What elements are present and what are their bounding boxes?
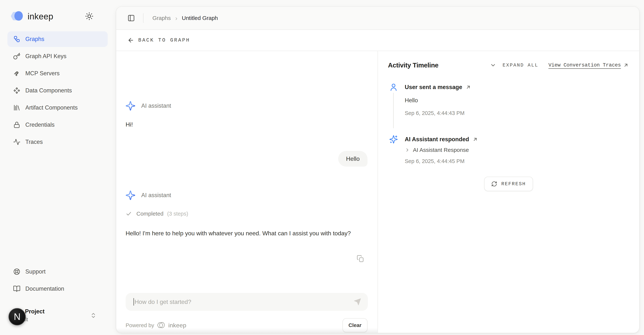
- chat-input-container: [126, 293, 368, 311]
- mcp-icon: [13, 70, 20, 77]
- panel-left-toggle-icon[interactable]: [128, 14, 135, 22]
- timeline-event-body: Hello: [405, 96, 629, 105]
- sidebar-item-mcp-servers[interactable]: MCP Servers: [8, 66, 108, 81]
- breadcrumb-graphs[interactable]: Graphs: [152, 15, 171, 21]
- assistant-message: Hello! I'm here to help you with whateve…: [126, 228, 368, 238]
- timeline-event-title: AI Assistant responded: [405, 136, 469, 143]
- timeline-events: User sent a message Hello Sep 6, 2025, 4…: [389, 83, 629, 165]
- clear-button[interactable]: Clear: [342, 318, 368, 332]
- activity-icon: [13, 138, 20, 146]
- chat-panel: AI assistant Hi! Hello: [116, 51, 378, 333]
- sparkles-icon: [125, 100, 136, 111]
- timeline-event-user-message: User sent a message Hello Sep 6, 2025, 4…: [389, 83, 629, 117]
- sidebar-item-label: Documentation: [25, 286, 64, 292]
- sidebar-item-label: MCP Servers: [25, 70, 60, 77]
- timeline-event-title-row[interactable]: AI Assistant responded: [405, 135, 629, 144]
- arrow-up-right-icon: [623, 62, 629, 68]
- sidebar-item-credentials[interactable]: Credentials: [8, 117, 108, 133]
- refresh-button-label: REFRESH: [501, 181, 526, 187]
- assistant-status-row: Completed (3 steps): [126, 210, 188, 217]
- back-to-graph-button[interactable]: BACK TO GRAPH: [128, 37, 190, 44]
- timeline-event-assistant-response: AI Assistant responded: [389, 135, 629, 165]
- view-conversation-traces-link[interactable]: View Conversation Traces: [548, 62, 629, 68]
- logo-wordmark: inkeep: [28, 11, 53, 22]
- sidebar-item-artifact-components[interactable]: Artifact Components: [8, 100, 108, 116]
- life-buoy-icon: [13, 268, 20, 276]
- app-root: inkeep Graphs: [0, 0, 644, 335]
- timeline-controls: EXPAND ALL View Conversation Traces: [490, 62, 629, 68]
- powered-by-row[interactable]: Powered by inkeep: [126, 320, 186, 330]
- header-divider: [143, 13, 144, 23]
- sidebar-item-data-components[interactable]: Data Components: [8, 83, 108, 98]
- sidebar: inkeep Graphs: [0, 0, 116, 335]
- powered-by-label: Powered by: [126, 322, 154, 328]
- timeline-event-timestamp: Sep 6, 2025, 4:44:45 PM: [405, 157, 629, 165]
- sparkles-icon: [389, 135, 398, 144]
- sidebar-item-support[interactable]: Support: [8, 264, 108, 280]
- sidebar-item-label: Graph API Keys: [25, 53, 66, 60]
- sidebar-item-graph-api-keys[interactable]: Graph API Keys: [8, 48, 108, 64]
- chevron-down-icon[interactable]: [490, 62, 496, 68]
- sidebar-item-label: Graphs: [25, 36, 44, 42]
- card-header: Graphs › Untitled Graph: [116, 7, 639, 30]
- timeline-title: Activity Timeline: [388, 62, 438, 69]
- timeline-event-timestamp: Sep 6, 2025, 4:44:43 PM: [405, 109, 629, 117]
- assistant-response-label: AI Assistant Response: [413, 147, 469, 153]
- assistant-message: Hi!: [126, 120, 133, 130]
- sidebar-item-label: Credentials: [25, 122, 54, 128]
- sidebar-item-label: Data Components: [25, 87, 72, 94]
- component-icon: [13, 87, 20, 94]
- arrow-up-right-icon: [466, 84, 471, 90]
- workflow-icon: [13, 36, 20, 43]
- timeline-connector: [393, 93, 394, 128]
- sidebar-item-label: Traces: [25, 138, 43, 145]
- sidebar-item-traces[interactable]: Traces: [8, 134, 108, 150]
- key-icon: [13, 52, 20, 60]
- back-bar: BACK TO GRAPH: [116, 30, 639, 51]
- powered-by-brand: inkeep: [168, 322, 186, 329]
- breadcrumb-separator: ›: [175, 14, 177, 22]
- book-open-icon: [13, 285, 20, 292]
- status-completed-label: Completed: [136, 210, 164, 217]
- text-caret: [134, 298, 134, 306]
- sparkles-icon: [125, 190, 136, 200]
- check-icon: [126, 210, 132, 217]
- lock-icon: [13, 121, 20, 128]
- timeline-event-title: User sent a message: [405, 84, 462, 90]
- back-to-graph-label: BACK TO GRAPH: [138, 38, 190, 43]
- assistant-name-label: AI assistant: [141, 102, 171, 109]
- sidebar-item-documentation[interactable]: Documentation: [8, 281, 108, 296]
- chevron-right-icon: [405, 148, 410, 152]
- inkeep-logo-mark-icon: [10, 10, 24, 22]
- nextjs-dev-badge[interactable]: N: [8, 308, 26, 325]
- user-icon: [389, 83, 398, 92]
- copy-icon[interactable]: [357, 255, 364, 262]
- card-content: AI assistant Hi! Hello: [116, 51, 639, 333]
- breadcrumb-current-page: Untitled Graph: [182, 15, 218, 21]
- refresh-button[interactable]: REFRESH: [484, 177, 533, 191]
- assistant-response-expander[interactable]: AI Assistant Response: [405, 147, 629, 153]
- nextjs-dev-badge-letter: N: [14, 311, 20, 322]
- assistant-message-header: AI assistant: [125, 100, 171, 111]
- status-steps-label: (3 steps): [167, 211, 188, 217]
- sidebar-nav: Graphs Graph API Keys MCP Servers: [8, 31, 108, 151]
- sidebar-item-label: Artifact Components: [25, 104, 78, 111]
- sidebar-item-label: Support: [25, 268, 46, 275]
- activity-timeline-panel: Activity Timeline EXPAND ALL View Conver…: [378, 51, 639, 333]
- assistant-name-label: AI assistant: [141, 192, 171, 198]
- expand-all-button[interactable]: EXPAND ALL: [502, 62, 538, 68]
- inkeep-outline-logo-icon: [157, 322, 165, 329]
- chat-message-input[interactable]: [126, 293, 368, 311]
- theme-toggle-sun-icon[interactable]: [85, 12, 94, 20]
- sidebar-item-graphs[interactable]: Graphs: [8, 31, 108, 47]
- send-icon[interactable]: [353, 298, 362, 306]
- library-icon: [13, 104, 20, 112]
- timeline-event-title-row[interactable]: User sent a message: [405, 83, 629, 92]
- arrow-left-icon: [128, 37, 134, 44]
- main-card: Graphs › Untitled Graph BACK TO GRAPH: [116, 6, 640, 333]
- timeline-header: Activity Timeline EXPAND ALL View Conver…: [388, 62, 629, 69]
- assistant-message-header: AI assistant: [125, 190, 171, 200]
- arrow-up-right-icon: [472, 136, 478, 142]
- inkeep-logo[interactable]: inkeep: [10, 10, 53, 22]
- refresh-icon: [491, 181, 497, 187]
